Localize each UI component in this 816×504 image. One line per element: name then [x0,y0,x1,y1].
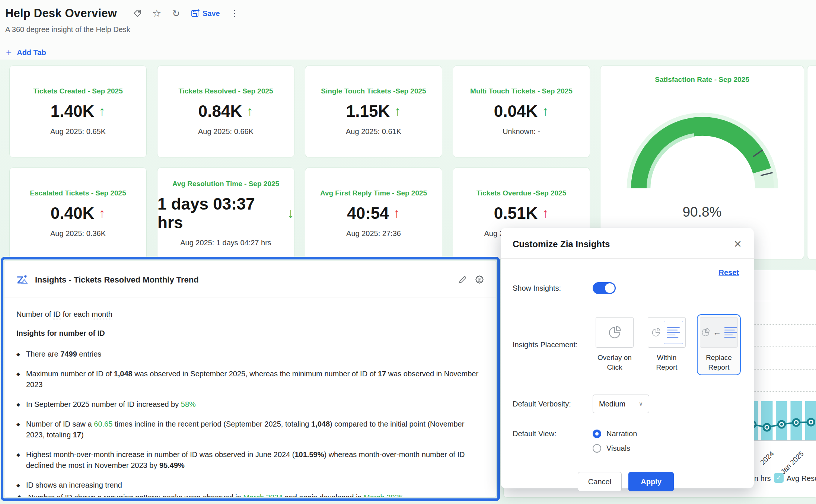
kpi-value: 1.15K↑ [346,102,401,121]
kpi-title: Single Touch Tickets -Sep 2025 [321,87,426,95]
page-subtitle: A 360 degree insight of the Help Desk [5,25,239,34]
more-options-icon[interactable]: ⋮ [230,9,239,18]
kpi-value: 1.40K↑ [51,102,105,121]
insights-bullet-list: ◆There are 7499 entries◆Maximum number o… [16,349,485,491]
trend-down-arrow-icon: ↓ [287,205,294,221]
insight-bullet: ◆Number of ID saw a 60.65 times incline … [16,419,480,440]
kpi-compare: Aug 2025: 0.65K [50,127,106,136]
verbosity-label: Default Verbosity: [513,400,593,408]
radio-icon [593,430,601,438]
edit-pencil-icon[interactable] [457,274,468,286]
kpi-card[interactable]: Tickets Created - Sep 20251.40K↑Aug 2025… [9,66,147,157]
text-lines-icon [666,326,681,338]
add-tab-label: Add Tab [17,48,46,57]
placement-option-within-report[interactable]: WithinReport [645,314,689,375]
verbosity-row: Default Verbosity: Medium ∨ [513,395,739,413]
dashboard-screen: Help Desk Overview ☆ ↻ Save [0,0,816,504]
trend-up-arrow-icon: ↑ [394,103,401,119]
insights-panel: Insights - Tickets Resolved Monthly Tren… [4,260,497,498]
placement-option-replace-report[interactable]: ←ReplaceReport [697,314,741,375]
kpi-value-text: 0.40K [51,204,94,223]
insights-body: Number of ID for each month Insights for… [4,297,496,491]
bullet-text: There are 7499 entries [26,349,101,360]
text-segment: entries [77,350,102,358]
kpi-card[interactable]: Tickets Resolved - Sep 20250.84K↑Aug 202… [157,66,294,157]
tag-icon[interactable] [133,9,142,18]
placement-option-overlay-on-click[interactable]: Overlay onClick [593,314,637,375]
kpi-value-text: 0.51K [494,204,538,223]
gauge-title: Satisfaction Rate - Sep 2025 [600,76,804,84]
text-segment: for each [61,310,92,318]
kpi-compare: Aug 2025: 0.66K [198,127,254,136]
kpi-card[interactable]: Avg Resolution Time - Sep 20251 days 03:… [157,168,294,259]
save-button[interactable]: Save [191,9,220,18]
toggle-knob [605,283,615,293]
kpi-value-text: 1 days 03:37 hrs [157,195,283,232]
text-segment: March 2025 [364,493,403,498]
legend-series-label[interactable]: Avg Resolution Time in hrs [787,474,816,483]
kpi-value-text: 40:54 [347,204,389,223]
kpi-card[interactable]: Single Touch Tickets -Sep 20251.15K↑Aug … [305,66,442,157]
gauge-value: 90.8% [600,204,804,220]
chevron-down-icon: ∨ [639,401,643,407]
close-icon[interactable]: ✕ [733,239,742,249]
legend-partial-text: n hrs [754,474,771,483]
insight-bullet: ◆Highest month-over-month increase in nu… [16,449,480,471]
refresh-icon[interactable]: ↻ [171,9,181,18]
placement-option-preview: ← [700,317,738,348]
kpi-card[interactable]: Avg First Reply Time - Sep 202540:54↑Aug… [305,168,442,259]
plus-icon: + [6,47,12,58]
placement-option-label: Overlay onClick [597,353,632,372]
legend-checkbox[interactable]: ✓ [774,473,784,483]
zia-icon [16,274,29,286]
default-view-label: Default View: [513,430,593,438]
kpi-compare: Unknown: - [503,127,540,136]
reset-link[interactable]: Reset [719,268,739,277]
bullet-text: Number of ID shows a recurring pattern; … [28,492,403,498]
text-segment: was observed in September 2025, whereas … [133,370,378,378]
text-segment: times incline in the recent period (Sept… [112,420,311,428]
kpi-card[interactable]: Escalated Tickets - Sep 20250.40K↑Aug 20… [9,168,147,259]
text-segment: 17 [73,431,81,439]
text-segment: 95.49% [159,461,185,469]
insights-description: Number of ID for each month [16,310,485,319]
apply-button[interactable]: Apply [628,472,674,491]
placement-option-label: ReplaceReport [706,353,732,372]
kpi-value: 40:54↑ [347,204,400,223]
radio-option-visuals[interactable]: Visuals [593,444,637,453]
cancel-button[interactable]: Cancel [578,472,622,491]
text-segment: March 2024 [243,493,283,498]
add-tab-button[interactable]: + Add Tab [6,47,46,58]
kpi-compare: Aug 2025: 27:36 [346,229,401,238]
kpi-value-text: 0.84K [198,102,242,121]
bullet-text: In September 2025 number of ID increased… [26,399,196,410]
bullet-text: Highest month-over-month increase in num… [26,449,480,471]
bullet-diamond-icon: ◆ [16,369,20,390]
bar [761,401,773,441]
pie-chart-icon [650,327,662,338]
trend-up-arrow-icon: ↑ [99,103,105,119]
kpi-value: 0.51K↑ [494,204,549,223]
bullet-diamond-icon: ◆ [16,399,20,410]
default-view-options: NarrationVisuals [593,430,637,453]
kpi-card[interactable]: Multi Touch Tickets - Sep 20250.04K↑Unkn… [453,66,590,157]
kpi-title: Escalated Tickets - Sep 2025 [30,189,126,197]
text-segment: and again developed in [283,493,364,498]
favorite-star-icon[interactable]: ☆ [152,9,162,18]
verbosity-dropdown[interactable]: Medium ∨ [593,395,649,413]
show-insights-toggle[interactable] [593,282,616,294]
default-view-row: Default View: NarrationVisuals [513,430,739,453]
dialog-title: Customize Zia Insights [513,239,733,249]
radio-icon [593,444,601,453]
bullet-diamond-icon: ◆ [16,419,20,440]
bullet-text: Maximum number of ID of 1,048 was observ… [26,369,480,390]
zia-settings-gear-icon[interactable] [474,274,485,286]
bullet-text: Number of ID saw a 60.65 times incline i… [26,419,480,440]
insights-title: Insights - Tickets Resolved Monthly Tren… [35,275,199,285]
kpi-value: 1 days 03:37 hrs↓ [157,195,294,232]
placement-option-preview [648,317,686,348]
clipped-edge-card [807,66,816,259]
radio-option-narration[interactable]: Narration [593,430,637,438]
insight-bullet: ◆There are 7499 entries [16,349,480,360]
placement-option-label: WithinReport [656,353,677,372]
